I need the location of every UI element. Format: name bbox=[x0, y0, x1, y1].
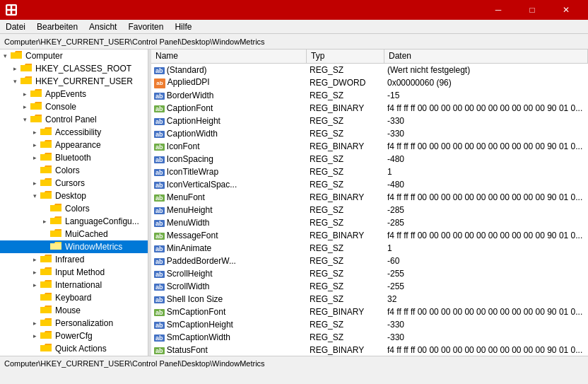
menu-item-bearbeiten[interactable]: Bearbeiten bbox=[31, 20, 83, 33]
table-row[interactable]: ab Shell Icon SizeREG_SZ32 bbox=[151, 293, 588, 306]
menu-item-hilfe[interactable]: Hilfe bbox=[169, 20, 197, 33]
tree-item-cursors[interactable]: ▸ Cursors bbox=[0, 177, 148, 190]
reg-name-cell: ab BorderWidth bbox=[151, 89, 307, 102]
tree-item-powercfg[interactable]: ▸ PowerCfg bbox=[0, 330, 148, 342]
menu-item-ansicht[interactable]: Ansicht bbox=[83, 20, 122, 33]
tree-label: Mouse bbox=[55, 306, 81, 315]
tree-item-desktop_colors[interactable]: Colors bbox=[0, 202, 148, 215]
table-row[interactable]: ab IconTitleWrapREG_SZ1 bbox=[151, 165, 588, 178]
tree-item-colors[interactable]: Colors bbox=[0, 164, 148, 177]
table-row[interactable]: ab CaptionHeightREG_SZ-330 bbox=[151, 115, 588, 127]
tree-item-computer[interactable]: ▾ Computer bbox=[0, 50, 148, 62]
string-icon: ab bbox=[154, 332, 165, 342]
reg-name-cell: ab IconSpacing bbox=[151, 153, 307, 165]
tree-item-hkey_classes_root[interactable]: ▸ HKEY_CLASSES_ROOT bbox=[0, 62, 148, 75]
expand-icon[interactable]: ▸ bbox=[30, 255, 40, 264]
folder-icon bbox=[40, 178, 52, 189]
tree-item-muicached[interactable]: MuiCached bbox=[0, 228, 148, 240]
folder-icon bbox=[30, 114, 42, 125]
expand-icon bbox=[30, 344, 40, 354]
table-row[interactable]: ab IconSpacingREG_SZ-480 bbox=[151, 153, 588, 165]
table-row[interactable]: ab (Standard)REG_SZ(Wert nicht festgeleg… bbox=[151, 64, 588, 76]
table-row[interactable]: ab MenuWidthREG_SZ-285 bbox=[151, 216, 588, 229]
expand-icon[interactable]: ▸ bbox=[30, 140, 40, 150]
expand-icon[interactable]: ▸ bbox=[20, 89, 30, 99]
tree-item-languageconfig[interactable]: ▸ LanguageConfigu... bbox=[0, 215, 148, 228]
reg-daten-cell: f4 ff ff ff 00 00 00 00 00 00 00 00 00 0… bbox=[384, 344, 588, 356]
tree-item-windowmetrics[interactable]: WindowMetrics bbox=[0, 240, 148, 253]
tree-item-desktop[interactable]: ▾ Desktop bbox=[0, 190, 148, 202]
expand-icon[interactable]: ▸ bbox=[10, 64, 20, 74]
table-row[interactable]: ab IconVerticalSpac...REG_SZ-480 bbox=[151, 178, 588, 191]
expand-icon[interactable]: ▾ bbox=[20, 115, 30, 124]
expand-icon[interactable]: ▸ bbox=[30, 280, 40, 290]
reg-typ-cell: REG_SZ bbox=[307, 267, 384, 280]
svg-rect-3 bbox=[12, 11, 16, 14]
minimize-button[interactable]: ─ bbox=[482, 0, 514, 20]
table-row[interactable]: ab SmCaptionWidthREG_SZ-330 bbox=[151, 331, 588, 344]
expand-icon[interactable]: ▾ bbox=[10, 76, 20, 86]
tree-label: Cursors bbox=[55, 178, 85, 188]
table-row[interactable]: ab CaptionWidthREG_SZ-330 bbox=[151, 127, 588, 140]
table-row[interactable]: ab MinAnimateREG_SZ1 bbox=[151, 242, 588, 255]
expand-icon[interactable]: ▸ bbox=[30, 267, 40, 277]
tree-item-infrared[interactable]: ▸ Infrared bbox=[0, 253, 148, 266]
maximize-button[interactable]: □ bbox=[516, 0, 548, 20]
tree-item-input_method[interactable]: ▸ Input Method bbox=[0, 266, 148, 279]
expand-icon[interactable]: ▾ bbox=[30, 191, 40, 201]
folder-icon bbox=[40, 305, 52, 316]
expand-icon[interactable]: ▸ bbox=[30, 127, 40, 137]
tree-item-keyboard[interactable]: Keyboard bbox=[0, 291, 148, 304]
table-row[interactable]: ab MessageFontREG_BINARYf4 ff ff ff 00 0… bbox=[151, 229, 588, 242]
expand-icon[interactable]: ▸ bbox=[20, 102, 30, 112]
tree-item-sound[interactable]: ▸ Sound bbox=[0, 355, 148, 356]
table-row[interactable]: ab SmCaptionHeightREG_SZ-330 bbox=[151, 318, 588, 331]
expand-icon[interactable]: ▾ bbox=[0, 51, 10, 61]
reg-typ-cell: REG_BINARY bbox=[307, 191, 384, 204]
tree-item-control_panel[interactable]: ▾ Control Panel bbox=[0, 113, 148, 126]
tree-item-hkey_current_user[interactable]: ▾ HKEY_CURRENT_USER bbox=[0, 75, 148, 88]
table-row[interactable]: ab StatusFontREG_BINARYf4 ff ff ff 00 00… bbox=[151, 344, 588, 356]
expand-icon[interactable]: ▸ bbox=[30, 178, 40, 188]
table-row[interactable]: ab MenuHeightREG_SZ-285 bbox=[151, 204, 588, 216]
reg-daten-cell: -480 bbox=[384, 153, 588, 165]
tree-item-appevents[interactable]: ▸ AppEvents bbox=[0, 88, 148, 100]
table-row[interactable]: ab ScrollHeightREG_SZ-255 bbox=[151, 267, 588, 280]
expand-icon[interactable]: ▸ bbox=[40, 216, 49, 226]
table-row[interactable]: ab AppliedDPIREG_DWORD0x00000060 (96) bbox=[151, 76, 588, 89]
expand-icon[interactable]: ▸ bbox=[30, 331, 40, 341]
table-row[interactable]: ab ScrollWidthREG_SZ-255 bbox=[151, 280, 588, 293]
tree-item-international[interactable]: ▸ International bbox=[0, 279, 148, 291]
tree-item-mouse[interactable]: Mouse bbox=[0, 304, 148, 317]
expand-icon[interactable]: ▸ bbox=[30, 318, 40, 328]
tree-item-appearance[interactable]: ▸ Appearance bbox=[0, 139, 148, 151]
tree-item-quick_actions[interactable]: Quick Actions bbox=[0, 342, 148, 355]
menu-item-datei[interactable]: Datei bbox=[0, 20, 31, 33]
table-row[interactable]: ab CaptionFontREG_BINARYf4 ff ff ff 00 0… bbox=[151, 102, 588, 115]
tree-item-accessibility[interactable]: ▸ Accessibility bbox=[0, 126, 148, 139]
reg-name-cell: ab ScrollWidth bbox=[151, 280, 307, 293]
tree-item-personalization[interactable]: ▸ Personalization bbox=[0, 317, 148, 330]
string-icon: ab bbox=[154, 269, 165, 279]
reg-typ-cell: REG_SZ bbox=[307, 178, 384, 191]
col-header-daten[interactable]: Daten bbox=[384, 50, 588, 63]
binary-icon: ab bbox=[154, 192, 165, 202]
table-row[interactable]: ab IconFontREG_BINARYf4 ff ff ff 00 00 0… bbox=[151, 140, 588, 153]
expand-icon bbox=[30, 165, 40, 175]
table-row[interactable]: ab MenuFontREG_BINARYf4 ff ff ff 00 00 0… bbox=[151, 191, 588, 204]
tree-item-bluetooth[interactable]: ▸ Bluetooth bbox=[0, 151, 148, 164]
folder-icon bbox=[40, 318, 52, 329]
close-button[interactable]: ✕ bbox=[550, 0, 582, 20]
reg-name-cell: ab PaddedBorderW... bbox=[151, 255, 307, 267]
col-header-typ[interactable]: Typ bbox=[307, 50, 384, 63]
string-icon: ab bbox=[154, 205, 165, 215]
tree-item-console[interactable]: ▸ Console bbox=[0, 100, 148, 113]
expand-icon[interactable]: ▸ bbox=[30, 153, 40, 163]
table-row[interactable]: ab BorderWidthREG_SZ-15 bbox=[151, 89, 588, 102]
col-header-name[interactable]: Name bbox=[151, 50, 307, 63]
reg-daten-cell: -60 bbox=[384, 255, 588, 267]
menu-item-favoriten[interactable]: Favoriten bbox=[122, 20, 169, 33]
table-row[interactable]: ab PaddedBorderW...REG_SZ-60 bbox=[151, 255, 588, 267]
table-row[interactable]: ab SmCaptionFontREG_BINARYf4 ff ff ff 00… bbox=[151, 306, 588, 318]
right-panel: Name Typ Daten ab (Standard)REG_SZ(Wert … bbox=[151, 50, 588, 356]
